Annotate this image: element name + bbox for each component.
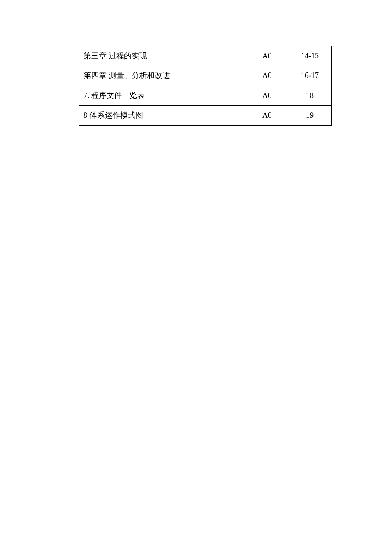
toc-page-cell: 16-17 [288, 66, 332, 86]
table-row: 第四章 测量、分析和改进 A0 16-17 [79, 66, 332, 86]
toc-code-cell: A0 [246, 106, 288, 125]
table-row: 第三章 过程的实现 A0 14-15 [79, 46, 332, 66]
toc-page-cell: 18 [288, 86, 332, 105]
toc-title-cell: 8 体系运作模式图 [79, 106, 246, 125]
toc-title-cell: 第四章 测量、分析和改进 [79, 66, 246, 86]
toc-code-cell: A0 [246, 66, 288, 86]
table-row: 8 体系运作模式图 A0 19 [79, 106, 332, 125]
toc-table: 第三章 过程的实现 A0 14-15 第四章 测量、分析和改进 A0 16-17… [79, 46, 332, 126]
toc-title-cell: 第三章 过程的实现 [79, 46, 246, 66]
toc-page-cell: 19 [288, 106, 332, 125]
toc-page-cell: 14-15 [288, 46, 332, 66]
toc-code-cell: A0 [246, 86, 288, 105]
toc-code-cell: A0 [246, 46, 288, 66]
toc-title-cell: 7. 程序文件一览表 [79, 86, 246, 105]
table-row: 7. 程序文件一览表 A0 18 [79, 86, 332, 105]
